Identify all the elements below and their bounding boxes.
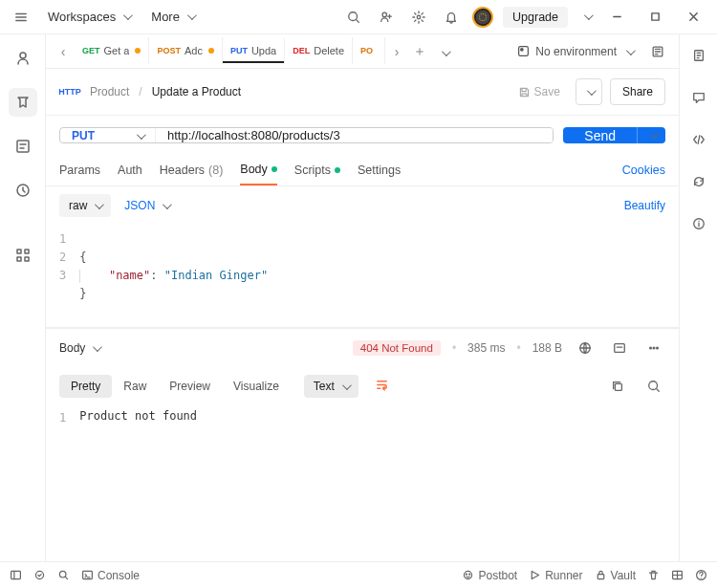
upgrade-dropdown[interactable] bbox=[577, 6, 593, 29]
view-preview[interactable]: Preview bbox=[158, 375, 222, 398]
sb-help-icon[interactable] bbox=[695, 569, 707, 581]
tab-method: DEL bbox=[293, 46, 310, 55]
notifications-icon[interactable] bbox=[440, 6, 463, 29]
upgrade-button[interactable]: Upgrade bbox=[503, 7, 568, 28]
rail-apps-icon[interactable] bbox=[9, 241, 37, 270]
tab-method: PO bbox=[360, 46, 373, 55]
environment-quicklook-icon[interactable] bbox=[646, 40, 669, 63]
save-button[interactable]: Save bbox=[511, 81, 568, 102]
copy-response-icon[interactable] bbox=[606, 375, 629, 398]
tab-prev[interactable]: ‹ bbox=[52, 44, 75, 59]
tab-title: Get a bbox=[104, 45, 130, 56]
svg-point-16 bbox=[650, 347, 652, 349]
hamburger-icon[interactable] bbox=[10, 6, 33, 29]
tab-title: Adc bbox=[185, 45, 203, 56]
environment-label: No environment bbox=[535, 45, 617, 58]
request-tab[interactable]: POSTAdc bbox=[149, 37, 222, 64]
cookies-link[interactable]: Cookies bbox=[622, 163, 665, 177]
window-minimize[interactable] bbox=[602, 6, 631, 29]
send-button[interactable]: Send bbox=[563, 127, 637, 143]
code-icon[interactable] bbox=[687, 128, 710, 151]
sb-console[interactable]: Console bbox=[81, 569, 140, 582]
body-type-dropdown[interactable]: raw bbox=[59, 194, 111, 217]
tab-authorization[interactable]: Auth bbox=[118, 156, 142, 185]
sb-trash-icon[interactable] bbox=[647, 569, 660, 581]
window-close[interactable] bbox=[679, 6, 707, 29]
response-format-dropdown[interactable]: Text bbox=[304, 375, 358, 398]
search-response-icon[interactable] bbox=[642, 375, 665, 398]
response-scrollbar[interactable] bbox=[668, 409, 676, 557]
tab-title: Delete bbox=[314, 45, 344, 56]
environment-dropdown[interactable]: No environment bbox=[511, 41, 639, 62]
refresh-icon[interactable] bbox=[687, 170, 710, 193]
svg-point-18 bbox=[657, 347, 659, 349]
breadcrumb-request: Update a Product bbox=[152, 85, 241, 98]
settings-icon[interactable] bbox=[407, 6, 430, 29]
beautify-link[interactable]: Beautify bbox=[624, 199, 665, 212]
sb-find-icon[interactable] bbox=[57, 569, 70, 581]
wrap-lines-icon[interactable] bbox=[370, 373, 394, 400]
info-icon[interactable] bbox=[687, 212, 710, 235]
tab-next[interactable]: › bbox=[385, 44, 408, 59]
rail-collections-icon[interactable] bbox=[9, 88, 37, 117]
more-dropdown[interactable]: More bbox=[145, 6, 200, 28]
request-tab[interactable]: GETGet a bbox=[75, 37, 149, 64]
svg-rect-15 bbox=[615, 344, 625, 353]
view-raw[interactable]: Raw bbox=[112, 375, 158, 398]
response-time: 385 ms bbox=[467, 341, 505, 355]
request-body-editor[interactable]: 123 { "name": "Indian Ginger" } bbox=[46, 225, 679, 328]
unsaved-dot bbox=[135, 48, 141, 54]
tab-body[interactable]: Body bbox=[240, 155, 277, 185]
sb-vault[interactable]: Vault bbox=[595, 569, 636, 582]
svg-rect-19 bbox=[615, 383, 621, 390]
response-section-dropdown[interactable]: Body bbox=[59, 341, 99, 355]
scripts-indicator-dot bbox=[335, 167, 340, 173]
svg-rect-11 bbox=[519, 47, 529, 56]
sb-sync-icon[interactable] bbox=[33, 569, 46, 581]
docs-icon[interactable] bbox=[687, 44, 710, 67]
invite-icon[interactable] bbox=[375, 6, 398, 29]
tab-new[interactable]: ＋ bbox=[408, 43, 431, 60]
save-dropdown[interactable] bbox=[576, 78, 602, 105]
sb-runner[interactable]: Runner bbox=[529, 569, 582, 582]
svg-rect-23 bbox=[11, 571, 21, 578]
status-bar: Console Postbot Runner Vault bbox=[0, 561, 717, 588]
window-maximize[interactable] bbox=[641, 6, 669, 29]
url-input[interactable] bbox=[156, 128, 553, 142]
tab-params[interactable]: Params bbox=[59, 156, 100, 185]
comments-icon[interactable] bbox=[687, 86, 710, 109]
breadcrumb-collection[interactable]: Product bbox=[90, 85, 129, 98]
tab-scripts[interactable]: Scripts bbox=[294, 156, 340, 185]
tab-title: Upda bbox=[251, 45, 276, 56]
svg-rect-30 bbox=[598, 575, 604, 579]
rail-environments-icon[interactable] bbox=[9, 132, 37, 161]
share-button[interactable]: Share bbox=[610, 78, 665, 105]
tab-list-dropdown[interactable] bbox=[431, 44, 454, 59]
request-tab[interactable]: PO bbox=[353, 37, 385, 64]
request-tab[interactable]: PUTUpda bbox=[223, 38, 285, 65]
search-icon[interactable] bbox=[342, 6, 365, 29]
request-tab[interactable]: DELDelete bbox=[285, 37, 353, 64]
save-response-icon[interactable] bbox=[608, 337, 631, 359]
response-text: Product not found bbox=[79, 409, 197, 557]
method-dropdown[interactable]: PUT bbox=[60, 128, 156, 142]
sb-postbot[interactable]: Postbot bbox=[462, 569, 517, 582]
tab-headers[interactable]: Headers (8) bbox=[160, 156, 224, 185]
response-body[interactable]: 1 Product not found bbox=[46, 405, 679, 561]
view-pretty[interactable]: Pretty bbox=[59, 375, 112, 398]
avatar[interactable] bbox=[472, 7, 493, 28]
rail-history-icon[interactable] bbox=[9, 176, 37, 205]
body-format-dropdown[interactable]: JSON bbox=[124, 199, 169, 212]
workspaces-dropdown[interactable]: Workspaces bbox=[42, 6, 136, 28]
view-visualize[interactable]: Visualize bbox=[222, 375, 291, 398]
tab-settings[interactable]: Settings bbox=[358, 156, 401, 185]
editor-scrollbar[interactable] bbox=[668, 229, 676, 323]
tab-method: PUT bbox=[230, 46, 248, 55]
rail-profile-icon[interactable] bbox=[9, 44, 37, 73]
more-options-icon[interactable] bbox=[642, 337, 665, 359]
send-dropdown[interactable] bbox=[637, 127, 665, 143]
svg-rect-7 bbox=[17, 250, 21, 253]
globe-icon[interactable] bbox=[574, 337, 597, 359]
sb-sidebar-icon[interactable] bbox=[10, 569, 22, 581]
sb-layout-icon[interactable] bbox=[671, 569, 684, 581]
